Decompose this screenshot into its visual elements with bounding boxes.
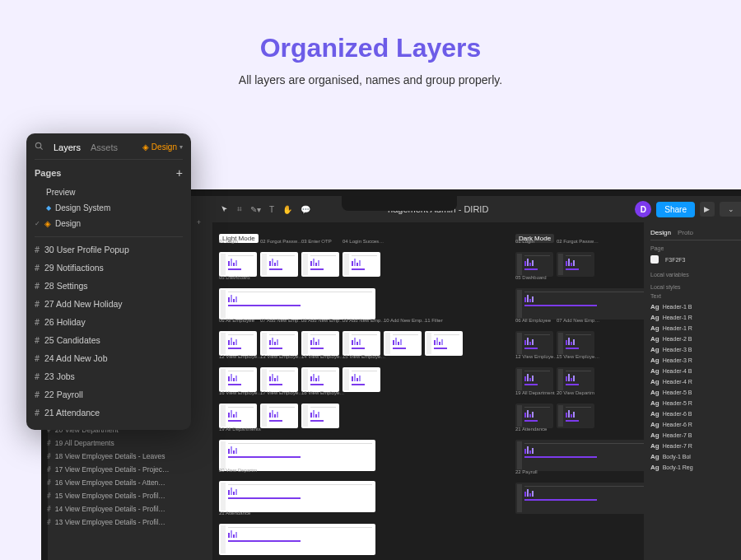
canvas-frame[interactable]: 19 All Departments [219,433,375,471]
tab-assets[interactable]: Assets [91,142,118,152]
text-style-icon: Ag [650,314,659,321]
canvas-frame[interactable]: 02 Forgot Passw… [557,245,594,277]
canvas-frame[interactable]: 06 All Employee [219,324,257,356]
canvas-frame[interactable]: 16 View Employe… [219,397,257,428]
page-background[interactable]: F3F2F3 [650,254,741,265]
frame-item[interactable]: #23 Jobs [35,367,183,385]
laptop-notch [342,196,457,211]
canvas-frame[interactable]: 04 Login Succes… [343,245,380,277]
frame-item[interactable]: #13 View Employee Details - Profil… [47,516,195,529]
tab-design[interactable]: Design [650,229,671,236]
zoom-menu[interactable]: ⌄ [720,202,741,217]
canvas-frame[interactable]: 15 View Employe… [343,361,380,392]
canvas-frame[interactable]: 14 View Employe… [301,361,339,392]
canvas-frame[interactable]: 19 All Department [515,397,553,428]
share-button[interactable]: Share [656,202,695,217]
text-tool-icon[interactable]: T [269,205,274,214]
pen-tool-icon[interactable]: ✎▾ [250,205,261,214]
frame-item[interactable]: #17 View Employee Details - Projec… [47,463,195,476]
canvas-frame[interactable]: 22 Payroll [515,476,644,514]
canvas-frame[interactable]: 05 Dashboard [219,282,375,320]
frame-item[interactable]: #29 Notifiactions [35,259,183,277]
hand-tool-icon[interactable]: ✋ [282,205,292,214]
canvas-frame[interactable]: 20 View Departm [557,397,594,428]
frame-icon: # [35,245,40,254]
frame-item[interactable]: #24 Add New Job [35,349,183,367]
text-style-item[interactable]: AgHeader-4 B [650,366,741,376]
canvas-frame[interactable]: 09 Add New Emp… [343,324,380,356]
move-tool-icon[interactable] [221,205,229,213]
text-style-icon: Ag [650,421,659,428]
figma-canvas[interactable]: Light Mode 01 Login02 Forgot Passw…03 En… [212,196,741,560]
canvas-frame[interactable]: 21 Attendance [219,517,375,555]
frame-icon: # [35,354,40,363]
user-avatar[interactable]: D [635,201,651,217]
frame-tool-icon[interactable]: ⌗ [237,204,242,214]
canvas-frame[interactable]: 21 Attendance [515,433,644,471]
canvas-frame[interactable]: 12 View Employe… [219,361,257,392]
canvas-frame[interactable]: 11 Filter [425,324,463,356]
tab-layers[interactable]: Layers [54,142,81,152]
frame-icon: # [47,440,51,447]
text-style-item[interactable]: AgHeader-7 B [650,430,741,441]
text-style-item[interactable]: AgHeader-1 R [650,312,741,323]
search-icon[interactable] [35,142,44,152]
canvas-frame[interactable]: 13 View Employe… [260,361,298,392]
canvas-frame[interactable]: 07 Add New Emp… [260,324,298,356]
canvas-frame[interactable]: 07 Add New Emp… [557,324,594,356]
frame-item[interactable]: #19 All Departments [47,436,195,450]
text-style-icon: Ag [650,378,659,385]
text-style-item[interactable]: AgHeader-2 B [650,334,741,344]
text-style-item[interactable]: AgBody-1 Reg [650,462,741,473]
text-style-item[interactable]: AgHeader-6 R [650,419,741,430]
frame-item[interactable]: #28 Settings [35,277,183,295]
text-style-icon: Ag [650,357,659,364]
text-style-item[interactable]: AgHeader-4 R [650,376,741,387]
page-item-preview[interactable]: Preview [35,184,183,200]
present-button[interactable]: ▶ [700,202,715,217]
frame-icon: # [47,453,51,460]
frame-item[interactable]: #15 View Employee Details - Profil… [47,489,195,502]
frame-item[interactable]: #22 Payroll [35,385,183,404]
local-variables-label[interactable]: Local variables [650,272,741,278]
text-style-item[interactable]: AgHeader-7 R [650,441,741,451]
canvas-frame[interactable]: 12 View Employe… [515,361,553,392]
canvas-frame[interactable]: 02 Forgot Passw… [260,245,298,277]
text-style-item[interactable]: AgHeader-3 R [650,355,741,366]
frame-item[interactable]: #21 Attendance [35,404,183,422]
text-style-item[interactable]: AgHeader-1 R [650,323,741,334]
canvas-frame[interactable]: 08 Add New Emp… [301,324,339,356]
text-style-item[interactable]: AgHeader-5 R [650,398,741,408]
frame-item[interactable]: #27 Add New Holiday [35,295,183,313]
canvas-frame[interactable]: 05 Dashboard [515,282,644,320]
canvas-frame[interactable]: 01 Login [219,245,257,277]
component-icon: ◆ [46,204,51,212]
canvas-frame[interactable]: 17 View Employe… [260,397,298,428]
frame-item[interactable]: #30 User Profile Popup [35,240,183,259]
text-style-item[interactable]: AgHeader-3 B [650,344,741,355]
frame-item[interactable]: #26 Holiday [35,313,183,331]
canvas-frame[interactable]: 10 Add New Emp… [384,324,422,356]
text-style-item[interactable]: AgHeader-6 B [650,408,741,419]
frame-icon: # [35,408,40,418]
frame-item[interactable]: #16 View Employee Details - Atten… [47,476,195,489]
comment-tool-icon[interactable]: 💬 [301,205,310,214]
frame-item[interactable]: #14 View Employee Details - Profil… [47,502,195,516]
text-style-item[interactable]: AgHeader-5 B [650,387,741,398]
canvas-frame[interactable]: 20 View Departm [219,474,375,512]
canvas-frame[interactable]: 15 View Employe… [557,361,594,392]
add-page-button[interactable]: + [176,166,183,180]
page-item-design-system[interactable]: ◆ Design System [35,200,183,216]
tab-prototype[interactable]: Proto [678,229,693,236]
frame-item[interactable]: #25 Candidates [35,331,183,349]
canvas-frame[interactable]: 03 Enter OTP [301,245,339,277]
canvas-frame[interactable]: 18 View Employe… [301,397,339,428]
frame-item[interactable]: #18 View Employee Details - Leaves [47,450,195,463]
text-style-item[interactable]: AgHeader-1 B [650,301,741,312]
text-style-item[interactable]: AgBody-1 Bol [650,451,741,462]
frame-icon: # [35,390,40,399]
page-selector[interactable]: ◈Design▾ [142,142,183,152]
page-item-design-current[interactable]: ✓ ◈ Design [35,216,183,231]
canvas-frame[interactable]: 06 All Employee [515,324,553,356]
canvas-frame[interactable]: 01 Login [515,245,553,277]
